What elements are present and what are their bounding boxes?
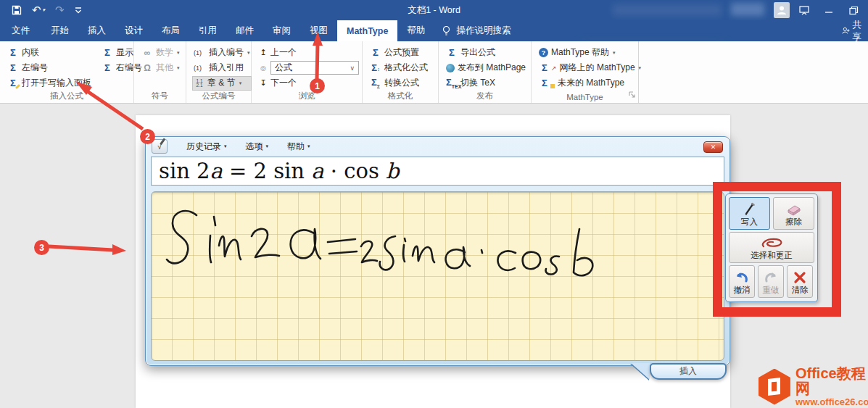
restore-icon[interactable]	[843, 2, 864, 18]
btn-equation-preferences[interactable]: Σ公式预置	[368, 46, 434, 60]
btn-future-mathtype[interactable]: Σ未来的 MathType	[537, 76, 642, 91]
sigma-future-icon: Σ	[539, 78, 550, 88]
ribbon-display-options-icon[interactable]	[794, 2, 814, 18]
undo-button-panel[interactable]: 撤消	[729, 265, 755, 298]
site-url: www.office26.com	[795, 396, 868, 407]
dropdown-icon: ▾	[239, 80, 242, 86]
handwriting-panel-dialog: √ 历史记录▾ 选项▾ 帮助▾ ✕ sin 2a = 2 sin a · cos…	[145, 136, 730, 366]
btn-insert-number[interactable]: (1)插入编号▾	[192, 46, 252, 60]
tab-insert[interactable]: 插入	[78, 20, 115, 41]
tab-references[interactable]: 引用	[189, 20, 226, 41]
save-icon[interactable]	[12, 5, 22, 15]
btn-insert-reference[interactable]: (1)插入引用	[192, 61, 252, 75]
btn-next[interactable]: ↧下一个	[257, 76, 360, 91]
group-publish: Σ导出公式 发布到 MathPage ΣTEX切换 TeX 发布	[439, 41, 532, 103]
tab-home[interactable]: 开始	[41, 20, 78, 41]
dialog-launcher-icon[interactable]	[629, 91, 636, 101]
ink-tool-panel: 写入 擦除 选择和更正 撤消 重做 清除	[725, 193, 818, 302]
lightbulb-icon	[442, 25, 451, 36]
annotation-circle-1: 1	[310, 78, 325, 93]
btn-mathtype-on-web[interactable]: Σ↗网络上的 MathType▾	[537, 61, 642, 75]
title-bar: ↶▾ ↷ 文档1 - Word	[0, 0, 868, 20]
close-icon[interactable]: ✕	[703, 141, 723, 153]
minimize-icon[interactable]	[819, 2, 839, 18]
btn-publish-mathpage[interactable]: 发布到 MathPage	[445, 61, 527, 75]
undo-arrow-icon	[735, 271, 749, 284]
sigma-export-icon: Σ	[446, 47, 458, 58]
undo-icon: ↶	[32, 4, 41, 17]
group-format: Σ公式预置 Σ↕格式化公式 ΣΣ转换公式 格式化	[363, 41, 439, 103]
btn-inline[interactable]: Σ内联	[6, 46, 93, 60]
tab-view[interactable]: 视图	[300, 20, 337, 41]
menu-help[interactable]: 帮助▾	[287, 141, 310, 153]
sigma-icon: Σ	[7, 62, 19, 73]
qat-customize-button[interactable]	[75, 7, 82, 14]
label: 擦除	[785, 217, 802, 228]
btn-mathtype-help[interactable]: ?MathType 帮助▾	[537, 46, 642, 60]
btn-toggle-tex[interactable]: ΣTEX切换 TeX	[445, 76, 527, 91]
tab-file[interactable]: 文件	[0, 20, 41, 41]
share-button[interactable]: 共享	[842, 20, 868, 41]
label: 左编号	[22, 62, 48, 74]
pen-icon	[743, 201, 757, 216]
label: 其他	[156, 62, 173, 74]
panel-app-icon: √	[152, 139, 168, 154]
section-icon: 1.12.1	[194, 79, 204, 88]
menu-history[interactable]: 历史记录▾	[186, 141, 227, 153]
label: 转换公式	[384, 77, 419, 89]
btn-chapter-section[interactable]: 1.12.1章 & 节▾	[192, 76, 252, 91]
btn-previous[interactable]: ↥上一个	[257, 46, 360, 60]
btn-export-equations[interactable]: Σ导出公式	[445, 46, 527, 60]
dropdown-icon: ▾	[613, 50, 616, 56]
btn-open-handwriting-panel[interactable]: Σ打开手写输入面板	[6, 76, 93, 91]
select-and-correct-button[interactable]: 选择和更正	[729, 232, 814, 263]
label: 上一个	[270, 46, 297, 59]
label: 打开手写输入面板	[22, 77, 91, 89]
group-label: 公式编号	[186, 91, 251, 101]
tab-layout[interactable]: 布局	[152, 20, 189, 41]
eq-var: b	[386, 159, 400, 183]
equation-type-combobox[interactable]: 公式∨	[270, 61, 359, 75]
label: 选择和更正	[751, 250, 793, 261]
tab-mailings[interactable]: 邮件	[226, 20, 263, 41]
sigma-icon: Σ	[102, 62, 113, 73]
write-button[interactable]: 写入	[729, 197, 770, 230]
insert-button[interactable]: 插入	[650, 363, 727, 380]
chevron-down-icon: ∨	[350, 64, 355, 72]
group-equation-numbers: (1)插入编号▾ (1)插入引用 1.12.1章 & 节▾ 公式编号	[186, 41, 252, 103]
sigma-icon: Σ	[102, 47, 113, 58]
tab-mathtype[interactable]: MathType	[337, 20, 397, 41]
btn-format-equations[interactable]: Σ↕格式化公式	[368, 61, 434, 75]
clear-button[interactable]: 清除	[787, 265, 813, 298]
redo-button-panel[interactable]: 重做	[758, 265, 784, 298]
group-insert-formula: Σ内联 Σ左编号 Σ打开手写输入面板 Σ显示 Σ右编号 插入公式	[0, 41, 134, 103]
undo-button[interactable]: ↶▾	[32, 4, 45, 17]
tell-me-search[interactable]: 操作说明搜索	[434, 20, 518, 41]
group-mathtype: ?MathType 帮助▾ Σ↗网络上的 MathType▾ Σ未来的 Math…	[532, 41, 639, 103]
label: 显示	[116, 46, 133, 59]
btn-math-symbols[interactable]: ∞数学▾	[140, 46, 181, 60]
browse-combo-row: ◎ 公式∨	[257, 61, 360, 75]
site-name: Office教程网	[795, 366, 868, 396]
btn-other-symbols[interactable]: Ω其他▾	[140, 61, 181, 75]
eraser-icon	[785, 203, 803, 216]
btn-left-number[interactable]: Σ左编号	[6, 61, 93, 75]
tab-help[interactable]: 帮助	[397, 20, 434, 41]
label: 导出公式	[460, 46, 495, 59]
redo-button[interactable]: ↷	[55, 4, 65, 17]
tab-review[interactable]: 审阅	[263, 20, 300, 41]
dropdown-icon: ▾	[639, 65, 642, 71]
handwriting-canvas[interactable]	[151, 191, 724, 361]
annotation-circle-2: 2	[140, 129, 155, 144]
label: 撤消	[734, 285, 751, 296]
avatar[interactable]	[774, 2, 790, 18]
office-logo-icon	[759, 369, 790, 405]
sigma-icon: Σ	[7, 47, 19, 58]
tab-design[interactable]: 设计	[115, 20, 152, 41]
sigma-web-icon: Σ	[539, 62, 550, 73]
label: 帮助	[287, 141, 305, 153]
menu-options[interactable]: 选项▾	[246, 141, 269, 153]
btn-convert-equations[interactable]: ΣΣ转换公式	[368, 76, 434, 91]
erase-button[interactable]: 擦除	[773, 197, 814, 230]
lasso-icon	[759, 236, 784, 249]
